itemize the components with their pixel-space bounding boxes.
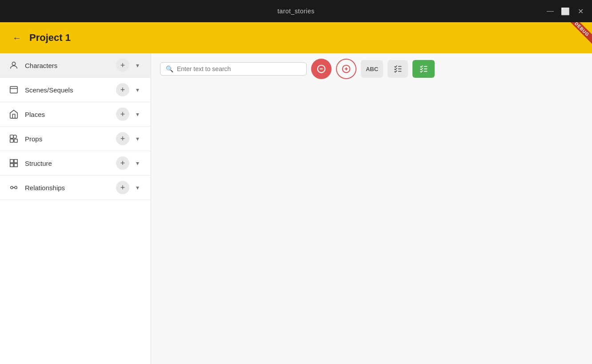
places-icon — [7, 108, 20, 121]
sidebar-item-places[interactable]: Places + ▾ — [0, 102, 151, 127]
sidebar-item-relationships[interactable]: Relationships + ▾ — [0, 176, 151, 200]
back-button[interactable]: ← — [9, 30, 25, 46]
scenes-chevron-button[interactable]: ▾ — [131, 84, 144, 96]
structure-label: Structure — [25, 160, 116, 167]
svg-rect-5 — [14, 139, 17, 142]
sidebar-item-props[interactable]: Props + ▾ — [0, 127, 151, 151]
places-label: Places — [25, 111, 116, 118]
scenes-add-button[interactable]: + — [116, 83, 129, 96]
props-icon — [7, 132, 20, 145]
title-bar: tarot_stories — ⬜ ✕ — [0, 0, 592, 22]
svg-point-10 — [11, 186, 13, 189]
structure-actions: + ▾ — [116, 156, 144, 170]
props-actions: + ▾ — [116, 132, 144, 145]
abc-button[interactable]: ABC — [361, 60, 383, 78]
svg-point-0 — [12, 62, 15, 65]
relationships-label: Relationships — [25, 184, 116, 192]
abc-label: ABC — [366, 66, 378, 72]
svg-point-11 — [15, 186, 17, 189]
debug-label: DEBUG — [567, 22, 592, 44]
delete-button[interactable] — [311, 59, 332, 79]
sidebar-item-scenes[interactable]: Scenes/Sequels + ▾ — [0, 78, 151, 102]
places-actions: + ▾ — [116, 108, 144, 121]
content-area: Characters + ▾ Scenes/Sequels + ▾ — [0, 53, 592, 364]
close-button[interactable]: ✕ — [574, 5, 587, 17]
props-chevron-button[interactable]: ▾ — [131, 132, 144, 145]
relationships-chevron-button[interactable]: ▾ — [131, 181, 144, 194]
search-box[interactable]: 🔍 — [160, 62, 307, 76]
content-body — [151, 84, 592, 364]
project-title: Project 1 — [29, 32, 71, 44]
character-icon — [7, 59, 20, 72]
structure-icon — [7, 156, 20, 170]
maximize-button[interactable]: ⬜ — [559, 5, 572, 17]
relationships-add-button[interactable]: + — [116, 181, 129, 194]
characters-actions: + ▾ — [116, 59, 144, 72]
sidebar: Characters + ▾ Scenes/Sequels + ▾ — [0, 53, 151, 364]
characters-chevron-button[interactable]: ▾ — [131, 59, 144, 72]
relationships-actions: + ▾ — [116, 181, 144, 194]
scenes-icon — [7, 83, 20, 96]
header-bar: ← Project 1 DEBUG — [0, 22, 592, 53]
minimize-button[interactable]: — — [544, 5, 556, 17]
app-container: ← Project 1 DEBUG Characters + ▾ — [0, 22, 592, 364]
sidebar-item-characters[interactable]: Characters + ▾ — [0, 53, 151, 78]
debug-badge: DEBUG — [565, 22, 592, 49]
props-label: Props — [25, 135, 116, 143]
main-content: 🔍 ABC — [151, 53, 592, 364]
search-input[interactable] — [177, 65, 301, 72]
svg-rect-8 — [10, 164, 13, 167]
green-check-button[interactable] — [412, 60, 435, 78]
svg-rect-3 — [10, 135, 13, 138]
svg-rect-7 — [14, 160, 17, 163]
props-add-button[interactable]: + — [116, 132, 129, 145]
places-chevron-button[interactable]: ▾ — [131, 108, 144, 120]
svg-rect-1 — [10, 87, 18, 93]
scenes-label: Scenes/Sequels — [25, 86, 116, 94]
toolbar: 🔍 ABC — [151, 53, 592, 84]
relationships-icon — [7, 181, 20, 194]
window-controls: — ⬜ ✕ — [544, 5, 587, 17]
svg-rect-6 — [10, 160, 13, 163]
characters-add-button[interactable]: + — [116, 59, 129, 72]
scenes-actions: + ▾ — [116, 83, 144, 96]
app-title: tarot_stories — [277, 8, 315, 15]
svg-rect-9 — [14, 164, 17, 167]
search-icon: 🔍 — [166, 65, 173, 72]
places-add-button[interactable]: + — [116, 108, 129, 121]
characters-label: Characters — [25, 62, 116, 69]
structure-chevron-button[interactable]: ▾ — [131, 157, 144, 169]
sidebar-item-structure[interactable]: Structure + ▾ — [0, 151, 151, 176]
structure-add-button[interactable]: + — [116, 156, 129, 170]
add-outline-button[interactable] — [336, 59, 356, 79]
checklist-button[interactable] — [388, 60, 408, 78]
svg-rect-4 — [10, 139, 13, 142]
